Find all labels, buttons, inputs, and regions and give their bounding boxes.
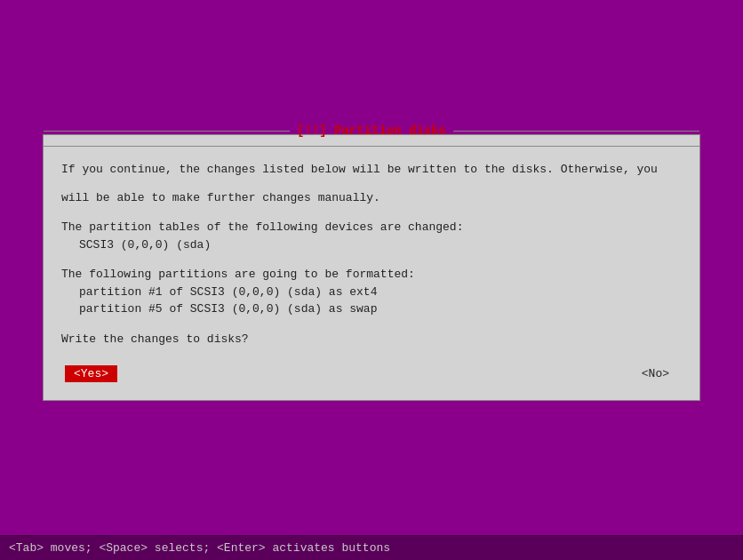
- question-text: Write the changes to disks?: [61, 331, 682, 348]
- partition-tables-section: The partition tables of the following de…: [61, 219, 682, 253]
- yes-button[interactable]: <Yes>: [65, 365, 117, 382]
- dialog-content: If you continue, the changes listed belo…: [44, 147, 699, 400]
- section1-heading: The partition tables of the following de…: [61, 219, 682, 236]
- section2-item2: partition #5 of SCSI3 (0,0,0) (sda) as s…: [61, 300, 682, 318]
- intro-section: If you continue, the changes listed belo…: [61, 161, 682, 206]
- dialog-box: [!!] Partition disks If you continue, th…: [43, 134, 700, 401]
- intro-line2: will be able to make further changes man…: [61, 189, 682, 207]
- section2-item1: partition #1 of SCSI3 (0,0,0) (sda) as e…: [61, 284, 682, 301]
- intro-line1: If you continue, the changes listed belo…: [61, 161, 682, 179]
- section2-heading: The following partitions are going to be…: [61, 266, 682, 284]
- question-row: Write the changes to disks?: [61, 331, 682, 348]
- no-button[interactable]: <No>: [633, 365, 678, 382]
- status-text: <Tab> moves; <Space> selects; <Enter> ac…: [9, 541, 390, 555]
- dialog-title: [!!] Partition disks: [290, 124, 453, 138]
- section1-item1: SCSI3 (0,0,0) (sda): [61, 236, 682, 254]
- main-area: [!!] Partition disks If you continue, th…: [0, 0, 743, 535]
- status-bar: <Tab> moves; <Space> selects; <Enter> ac…: [0, 535, 743, 560]
- format-section: The following partitions are going to be…: [61, 266, 682, 318]
- button-row: <Yes> <No>: [61, 365, 682, 382]
